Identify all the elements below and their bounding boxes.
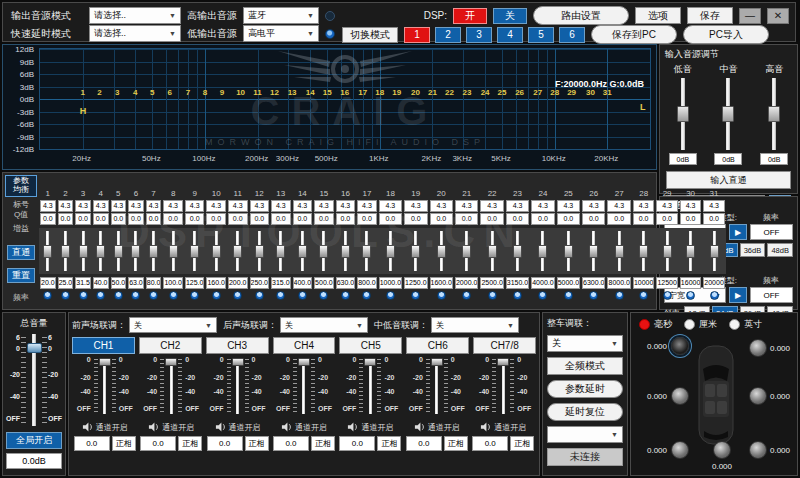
input-slider-1-track[interactable] xyxy=(721,78,735,150)
eq-band-19-q[interactable]: 4.3 xyxy=(404,200,427,212)
eq-mode-button[interactable]: 参数均衡 xyxy=(5,175,37,197)
eq-band-6-select[interactable] xyxy=(131,291,140,300)
eq-band-16-q[interactable]: 4.3 xyxy=(336,200,356,212)
eq-band-2-gain[interactable]: 0.0 xyxy=(58,213,74,225)
eq-band-2-slider[interactable] xyxy=(57,228,75,274)
eq-band-31-q[interactable]: 4.3 xyxy=(703,200,724,212)
band-number[interactable]: 11 xyxy=(253,88,261,97)
eq-band-19-gain[interactable]: 0.0 xyxy=(404,213,427,225)
tab-CH3[interactable]: CH3 xyxy=(206,337,269,354)
eq-band-31-select[interactable] xyxy=(710,291,719,300)
channel-4-level-slider[interactable]: 00-20-20-40-40OFFOFF xyxy=(276,357,332,417)
dsp-on-button[interactable]: 开 xyxy=(453,8,487,24)
eq-band-17-select[interactable] xyxy=(362,291,371,300)
slider-handle[interactable] xyxy=(677,106,689,122)
eq-band-27-slider[interactable] xyxy=(606,228,631,274)
eq-band-12-freq[interactable]: 250.0 xyxy=(250,277,270,289)
band-number[interactable]: 25 xyxy=(498,88,507,97)
slider-handle[interactable] xyxy=(564,245,573,258)
eq-band-14-q[interactable]: 4.3 xyxy=(293,200,313,212)
eq-band-6-freq[interactable]: 63.0 xyxy=(128,277,144,289)
eq-band-27-freq[interactable]: 8000.0 xyxy=(607,277,630,289)
eq-band-24-select[interactable] xyxy=(538,291,547,300)
slider-handle[interactable] xyxy=(437,245,446,258)
eq-band-25-select[interactable] xyxy=(564,291,573,300)
eq-band-14-freq[interactable]: 400.0 xyxy=(293,277,313,289)
band-number[interactable]: 17 xyxy=(358,88,367,97)
eq-band-14-gain[interactable]: 0.0 xyxy=(293,213,313,225)
tab-CH4[interactable]: CH4 xyxy=(273,337,336,354)
eq-band-9-gain[interactable]: 0.0 xyxy=(185,213,205,225)
eq-band-30-select[interactable] xyxy=(686,291,695,300)
eq-band-9-freq[interactable]: 125.0 xyxy=(185,277,205,289)
delay-knob-front-right[interactable] xyxy=(749,339,767,357)
slider-handle[interactable] xyxy=(411,245,420,258)
slider-handle[interactable] xyxy=(319,245,328,258)
eq-band-22-freq[interactable]: 2500.0 xyxy=(480,277,503,289)
slider-handle[interactable] xyxy=(190,245,199,258)
eq-band-21-select[interactable] xyxy=(462,291,471,300)
eq-band-23-gain[interactable]: 0.0 xyxy=(506,213,529,225)
input-slider-0-track[interactable] xyxy=(676,78,690,150)
band-number[interactable]: 22 xyxy=(445,88,454,97)
channel-4-gain[interactable]: 0.0 xyxy=(273,436,309,451)
band-number[interactable]: 9 xyxy=(220,88,224,97)
slider-handle[interactable] xyxy=(114,245,123,258)
slider-handle[interactable] xyxy=(497,358,509,366)
eq-band-28-select[interactable] xyxy=(639,291,648,300)
eq-band-29-q[interactable]: 4.3 xyxy=(656,200,677,212)
delay-knob-rear-right[interactable] xyxy=(749,441,767,459)
eq-band-18-q[interactable]: 4.3 xyxy=(379,200,402,212)
channel-7-phase[interactable]: 正相 xyxy=(510,436,534,451)
l-marker[interactable]: L xyxy=(640,102,646,112)
eq-band-19-select[interactable] xyxy=(411,291,420,300)
delay-knob-rear-center[interactable] xyxy=(713,441,731,459)
slider-handle[interactable] xyxy=(99,358,111,366)
eq-band-26-gain[interactable]: 0.0 xyxy=(582,213,605,225)
eq-band-6-q[interactable]: 4.3 xyxy=(128,200,144,212)
link-select-1[interactable]: 关▼ xyxy=(280,317,368,333)
save-to-pc-button[interactable]: 保存到PC xyxy=(591,25,677,44)
band-number[interactable]: 30 xyxy=(586,88,595,97)
slider-handle[interactable] xyxy=(722,106,734,122)
eq-band-5-freq[interactable]: 50.0 xyxy=(111,277,127,289)
slider-handle[interactable] xyxy=(276,245,285,258)
eq-band-29-freq[interactable]: 12500 xyxy=(656,277,677,289)
pc-import-button[interactable]: PC导入 xyxy=(683,25,769,44)
band-number[interactable]: 12 xyxy=(270,88,279,97)
band-number[interactable]: 5 xyxy=(150,88,154,97)
slider-handle[interactable] xyxy=(169,245,178,258)
eq-band-1-q[interactable]: 4.3 xyxy=(40,200,56,212)
channel-4-phase[interactable]: 正相 xyxy=(311,436,335,451)
band-number[interactable]: 18 xyxy=(375,88,384,97)
channel-5-enable[interactable]: 通道开启 xyxy=(347,420,393,434)
channel-3-level-slider[interactable]: 00-20-20-40-40OFFOFF xyxy=(210,357,266,417)
eq-band-21-gain[interactable]: 0.0 xyxy=(455,213,478,225)
input-slider-2-track[interactable] xyxy=(767,78,781,150)
slider-handle[interactable] xyxy=(233,245,242,258)
eq-band-18-gain[interactable]: 0.0 xyxy=(379,213,402,225)
eq-band-20-gain[interactable]: 0.0 xyxy=(430,213,453,225)
slider-handle[interactable] xyxy=(232,358,244,366)
eq-band-8-q[interactable]: 4.3 xyxy=(163,200,183,212)
global-enable-button[interactable]: 全局开启 xyxy=(6,432,62,449)
lp-freq-value[interactable]: OFF xyxy=(750,287,793,303)
eq-band-10-freq[interactable]: 160.0 xyxy=(206,277,226,289)
eq-band-14-select[interactable] xyxy=(298,291,307,300)
switch-mode-button[interactable]: 切换模式 xyxy=(342,27,398,43)
channel-3-enable[interactable]: 通道开启 xyxy=(215,420,261,434)
slider-handle[interactable] xyxy=(386,245,395,258)
eq-band-29-slider[interactable] xyxy=(655,228,678,274)
band-number[interactable]: 28 xyxy=(550,88,559,97)
unit-1[interactable]: 厘米 xyxy=(684,318,717,331)
band-number[interactable]: 15 xyxy=(323,88,332,97)
eq-band-23-freq[interactable]: 3150.0 xyxy=(506,277,529,289)
eq-band-10-slider[interactable] xyxy=(205,228,227,274)
channel-5-level-slider[interactable]: 00-20-20-40-40OFFOFF xyxy=(342,357,398,417)
output-mode-select[interactable]: 请选择..▼ xyxy=(89,7,181,24)
delay-knob-mid-left[interactable] xyxy=(671,387,689,405)
band-number[interactable]: 31 xyxy=(603,88,612,97)
eq-band-4-select[interactable] xyxy=(96,291,105,300)
eq-band-19-freq[interactable]: 1250.0 xyxy=(404,277,427,289)
eq-band-15-slider[interactable] xyxy=(313,228,335,274)
